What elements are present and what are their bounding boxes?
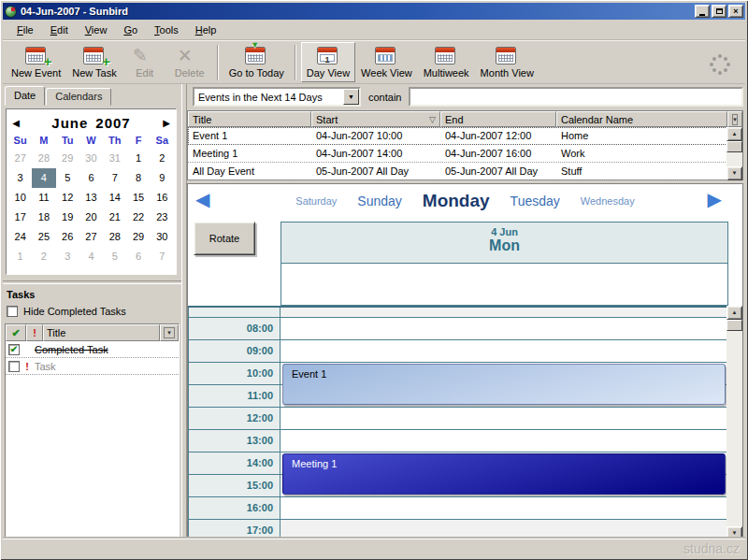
tab-calendars[interactable]: Calendars — [46, 88, 111, 106]
day-cell[interactable]: 28 — [32, 149, 55, 168]
task-row[interactable]: !Task — [6, 358, 179, 375]
day-cell[interactable]: 30 — [79, 149, 103, 168]
month-view-button[interactable]: Month View — [475, 42, 539, 82]
menu-go[interactable]: Go — [115, 22, 146, 38]
menu-view[interactable]: View — [77, 22, 116, 38]
day-cell[interactable]: 21 — [103, 208, 126, 227]
column-header-end[interactable]: End — [440, 111, 556, 127]
day-cell[interactable]: 3 — [56, 247, 79, 266]
minimize-button[interactable] — [695, 5, 710, 18]
day-cell[interactable]: 5 — [103, 247, 126, 266]
next-day-arrow-icon[interactable]: ▶ — [708, 186, 722, 212]
column-header-title[interactable]: Title — [188, 111, 311, 127]
day-cell[interactable]: 29 — [126, 227, 150, 247]
day-cell[interactable]: 25 — [32, 227, 55, 247]
menu-file[interactable]: File — [8, 22, 42, 38]
day-cell[interactable]: 14 — [103, 188, 126, 208]
task-checkbox[interactable]: ✔ — [8, 344, 20, 355]
day-cell[interactable]: 27 — [8, 149, 32, 168]
day-cell[interactable]: 26 — [56, 227, 79, 247]
event-row[interactable]: Meeting 104-Jun-2007 14:0004-Jun-2007 16… — [188, 145, 742, 163]
event-row[interactable]: All Day Event05-Jun-2007 All Day05-Jun-2… — [188, 163, 742, 180]
new-task-button[interactable]: +New Task — [66, 42, 122, 82]
filter-search-input[interactable] — [409, 87, 743, 107]
day-view-scrollbar[interactable]: ▲ ▼ — [726, 306, 742, 540]
day-cell[interactable]: 8 — [126, 168, 150, 188]
event-row[interactable]: Event 104-Jun-2007 10:0004-Jun-2007 12:0… — [188, 127, 742, 145]
day-cell[interactable]: 23 — [151, 208, 174, 227]
menu-tools[interactable]: Tools — [146, 22, 187, 38]
day-cell[interactable]: 9 — [151, 168, 174, 188]
day-cell[interactable]: 2 — [151, 149, 174, 168]
day-cell[interactable]: 15 — [126, 188, 150, 208]
day-label-tuesday[interactable]: Tuesday — [511, 194, 560, 208]
day-cell[interactable]: 28 — [103, 227, 126, 247]
scroll-up-icon[interactable]: ▲ — [726, 306, 742, 320]
scrollbar-thumb[interactable] — [726, 320, 742, 331]
day-cell[interactable]: 7 — [103, 168, 126, 188]
day-cell[interactable]: 3 — [8, 168, 32, 188]
task-checkbox[interactable] — [8, 361, 20, 372]
scrollbar-thumb[interactable] — [726, 141, 742, 152]
hour-slot[interactable] — [280, 318, 728, 340]
day-column-header[interactable]: 4 Jun Mon — [280, 222, 728, 264]
selected-day-label-monday[interactable]: Monday — [423, 191, 490, 211]
hour-slot[interactable] — [280, 340, 728, 363]
rotate-button[interactable]: Rotate — [194, 222, 255, 255]
day-cell[interactable]: 20 — [79, 208, 103, 227]
all-day-events-area[interactable] — [280, 264, 728, 306]
go-to-today-button[interactable]: ▼Go to Today — [223, 42, 290, 82]
day-cell[interactable]: 5 — [56, 168, 79, 188]
day-cell[interactable]: 18 — [32, 208, 55, 227]
events-table-scrollbar[interactable]: ▲ ▼ — [726, 127, 742, 180]
day-cell[interactable]: 2 — [32, 247, 55, 266]
tab-date[interactable]: Date — [5, 86, 45, 106]
day-cell[interactable]: 30 — [151, 227, 174, 247]
day-cell[interactable]: 10 — [8, 188, 32, 208]
edit-button[interactable]: ✎Edit — [122, 42, 167, 82]
day-cell[interactable]: 24 — [8, 227, 32, 247]
day-cell[interactable]: 29 — [56, 149, 79, 168]
next-month-icon[interactable]: ▶ — [159, 118, 174, 128]
hour-slot[interactable] — [280, 430, 728, 452]
day-cell[interactable]: 19 — [56, 208, 79, 227]
day-cell[interactable]: 7 — [151, 247, 174, 266]
delete-button[interactable]: ✕Delete — [167, 42, 212, 82]
day-cell[interactable]: 4 — [79, 247, 103, 266]
new-event-button[interactable]: +New Event — [6, 42, 66, 82]
day-cell[interactable]: 6 — [126, 247, 150, 266]
task-column-picker-button[interactable]: ▾ — [160, 324, 179, 341]
menu-help[interactable]: Help — [187, 22, 225, 38]
day-cell[interactable]: 27 — [79, 227, 103, 247]
task-row[interactable]: ✔Completed Task — [6, 341, 179, 358]
close-button[interactable]: × — [728, 5, 743, 18]
day-cell[interactable]: 6 — [79, 168, 103, 188]
multiweek-button[interactable]: Multiweek — [418, 42, 475, 82]
day-cell[interactable]: 1 — [126, 149, 150, 168]
day-cell[interactable]: 1 — [8, 247, 32, 266]
hour-slot[interactable] — [280, 497, 728, 520]
restore-button[interactable] — [712, 5, 726, 18]
menu-edit[interactable]: Edit — [42, 22, 77, 38]
task-title-column-header[interactable]: Title — [43, 324, 160, 341]
scroll-down-icon[interactable]: ▼ — [726, 166, 742, 180]
selected-day-cell[interactable]: 4 — [32, 168, 55, 188]
event-filter-dropdown[interactable]: Events in the Next 14 Days ▼ — [193, 87, 361, 107]
day-label-saturday[interactable]: Saturday — [295, 195, 337, 207]
events-column-picker-button[interactable]: ▾ — [727, 111, 742, 127]
day-cell[interactable]: 12 — [56, 188, 79, 208]
hour-slot[interactable] — [280, 408, 728, 430]
hour-slot[interactable] — [280, 308, 728, 318]
day-cell[interactable]: 17 — [8, 208, 32, 227]
prev-month-icon[interactable]: ◀ — [8, 118, 23, 128]
hide-completed-tasks-checkbox[interactable]: Hide Completed Tasks — [7, 306, 126, 317]
day-cell[interactable]: 11 — [32, 188, 55, 208]
scroll-up-icon[interactable]: ▲ — [726, 127, 742, 141]
column-header-start[interactable]: Start▽ — [311, 111, 440, 127]
task-priority-column-header[interactable]: ! — [26, 324, 43, 341]
day-cell[interactable]: 13 — [79, 188, 103, 208]
calendar-event-block[interactable]: Event 1 — [282, 364, 726, 405]
day-label-sunday[interactable]: Sunday — [357, 194, 401, 208]
day-cell[interactable]: 22 — [126, 208, 150, 227]
column-header-calendar-name[interactable]: Calendar Name — [556, 111, 727, 127]
